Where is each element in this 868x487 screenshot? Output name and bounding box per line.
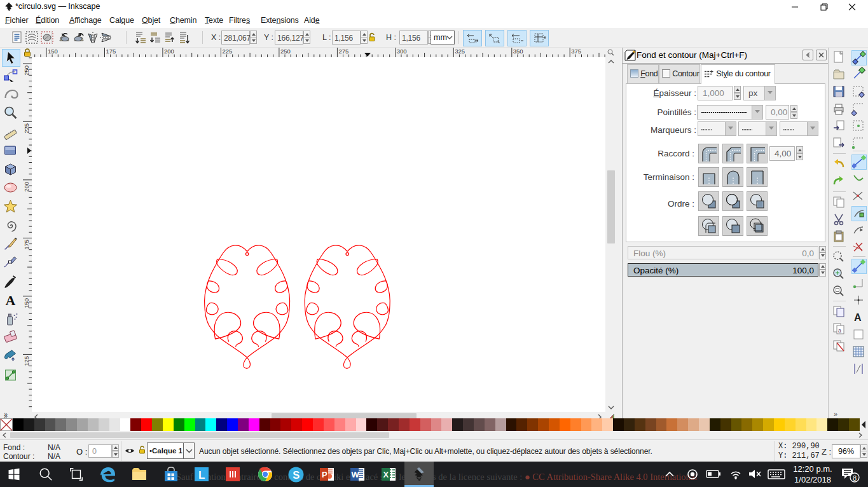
svg-text:A: A (6, 292, 16, 308)
svg-text:125: 125 (23, 356, 30, 366)
svg-text:175: 175 (106, 48, 116, 55)
svg-text:150: 150 (23, 298, 30, 308)
svg-text:250: 250 (280, 48, 291, 55)
svg-text:A: A (854, 312, 862, 323)
svg-text:275: 275 (338, 48, 348, 55)
svg-text:300: 300 (397, 48, 407, 55)
svg-text:175: 175 (23, 240, 30, 250)
svg-text:S: S (293, 469, 300, 481)
svg-text:X: X (383, 470, 389, 479)
svg-text:200: 200 (164, 48, 174, 55)
svg-text:250: 250 (23, 65, 30, 76)
svg-text:P: P (322, 470, 327, 479)
svg-text:200: 200 (23, 182, 30, 192)
svg-text:L: L (198, 469, 205, 481)
svg-text:325: 325 (455, 48, 465, 55)
svg-text:225: 225 (23, 123, 30, 134)
svg-text:350: 350 (513, 48, 523, 55)
svg-text:8: 8 (853, 474, 857, 482)
svg-text:W: W (352, 470, 360, 479)
svg-text:375: 375 (571, 48, 581, 55)
svg-text:a: a (838, 327, 841, 334)
svg-text:225: 225 (222, 48, 232, 55)
svg-text:150: 150 (48, 48, 58, 55)
